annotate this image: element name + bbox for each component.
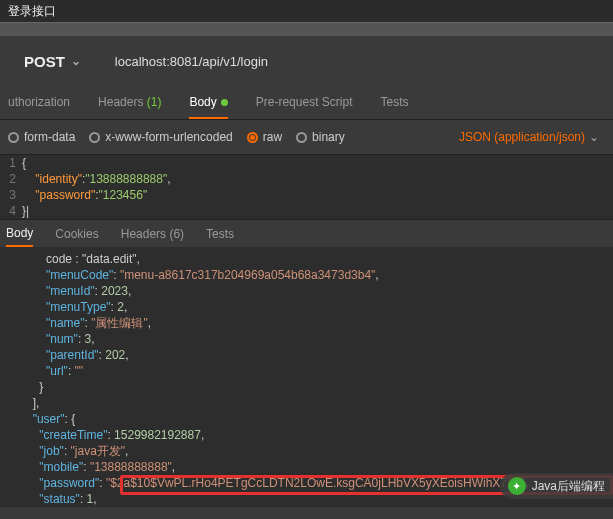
- toolbar-strip: [0, 22, 613, 36]
- chevron-down-icon: ⌄: [589, 130, 599, 144]
- radio-form-data[interactable]: form-data: [8, 130, 75, 144]
- response-body[interactable]: code : "data.edit", "menuCode": "menu-a8…: [0, 247, 613, 507]
- watermark-badge: ✦ Java后端编程: [500, 473, 613, 499]
- request-row: POST ⌄: [0, 36, 613, 86]
- resp-tab-tests[interactable]: Tests: [206, 222, 234, 246]
- tab-prerequest[interactable]: Pre-request Script: [256, 87, 353, 119]
- request-body-editor[interactable]: 1{2 "identity":"13888888888",3 "password…: [0, 154, 613, 219]
- body-type-row: form-data x-www-form-urlencoded raw bina…: [0, 120, 613, 154]
- tab-authorization[interactable]: uthorization: [8, 87, 70, 119]
- radio-urlencoded[interactable]: x-www-form-urlencoded: [89, 130, 232, 144]
- tab-tests[interactable]: Tests: [380, 87, 408, 119]
- request-tabs: uthorization Headers (1) Body Pre-reques…: [0, 86, 613, 120]
- window-title: 登录接口: [0, 0, 613, 22]
- content-type-select[interactable]: JSON (application/json)⌄: [459, 130, 599, 144]
- dot-icon: [221, 99, 228, 106]
- chevron-down-icon: ⌄: [71, 54, 81, 68]
- resp-tab-body[interactable]: Body: [6, 221, 33, 247]
- method-label: POST: [24, 53, 65, 70]
- wechat-icon: ✦: [508, 477, 526, 495]
- resp-tab-cookies[interactable]: Cookies: [55, 222, 98, 246]
- resp-tab-headers[interactable]: Headers (6): [121, 222, 184, 246]
- tab-body[interactable]: Body: [189, 87, 227, 119]
- response-tabs: Body Cookies Headers (6) Tests: [0, 219, 613, 247]
- radio-raw[interactable]: raw: [247, 130, 282, 144]
- tab-headers[interactable]: Headers (1): [98, 87, 161, 119]
- url-input[interactable]: [95, 44, 603, 79]
- radio-binary[interactable]: binary: [296, 130, 345, 144]
- http-method-select[interactable]: POST ⌄: [10, 43, 95, 80]
